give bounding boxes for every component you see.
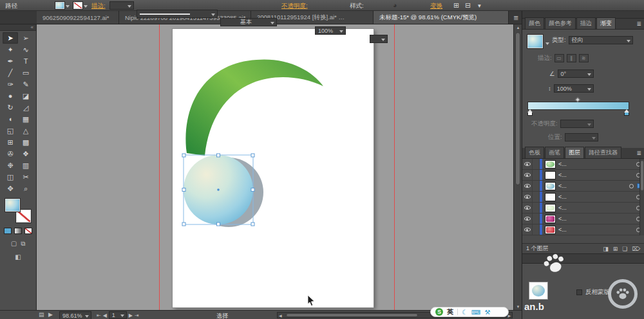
lock-column[interactable]: [533, 181, 540, 191]
gradient-tool[interactable]: ▩: [18, 136, 33, 148]
gradient-type-dropdown[interactable]: 径向: [569, 36, 633, 44]
invert-mask-checkbox[interactable]: 反相蒙版: [576, 288, 610, 296]
width-profile-dropdown[interactable]: [137, 10, 218, 18]
layer-row-selected[interactable]: <...: [522, 181, 644, 192]
layer-row[interactable]: <...: [522, 159, 644, 170]
stroke-none-swatch[interactable]: [16, 210, 31, 223]
status-icon-a[interactable]: ▤: [39, 311, 44, 318]
shape-builder-tool[interactable]: ◱: [3, 125, 18, 136]
layer-row[interactable]: <...: [522, 192, 644, 203]
align-panel-icon[interactable]: ⊞: [453, 1, 459, 10]
visibility-eye-icon[interactable]: [522, 214, 533, 224]
layer-thumbnail[interactable]: [545, 160, 556, 169]
pencil-tool[interactable]: ✎: [18, 78, 33, 90]
blob-brush-tool[interactable]: ●: [3, 90, 18, 102]
new-sublayer-icon[interactable]: ⊞: [613, 246, 618, 252]
layer-thumbnail[interactable]: [545, 226, 556, 234]
width-tool[interactable]: ◖: [3, 113, 18, 125]
perspective-grid-tool[interactable]: △: [18, 125, 33, 136]
stroke-color-swatch[interactable]: [73, 2, 88, 10]
layer-name[interactable]: <...: [558, 205, 636, 211]
tab-stroke[interactable]: 描边: [576, 17, 596, 29]
zoom-level-dropdown[interactable]: 98.61%: [59, 311, 91, 319]
tab-swatches[interactable]: 色板: [525, 147, 544, 158]
tab-color-guide[interactable]: 颜色参考: [545, 17, 576, 29]
visibility-eye-icon[interactable]: [522, 181, 533, 191]
artboard-tool[interactable]: ◫: [3, 171, 18, 183]
layer-thumbnail[interactable]: [545, 215, 556, 223]
gradient-swatch-chevron-icon[interactable]: [545, 42, 549, 47]
stroke-weight-dropdown[interactable]: [109, 1, 134, 10]
scroll-down-icon[interactable]: ▼: [514, 305, 522, 309]
scale-tool[interactable]: ◿: [18, 102, 33, 113]
layer-name[interactable]: <...: [558, 172, 636, 178]
scroll-left-icon[interactable]: ◀: [279, 313, 282, 318]
artboard[interactable]: [173, 29, 374, 307]
stroke-gradient-within-icon[interactable]: ▭: [554, 54, 564, 62]
ime-toolbox-icon[interactable]: ⚒: [484, 309, 490, 316]
tab-color[interactable]: 颜色: [525, 17, 544, 29]
fill-color-swatch[interactable]: [55, 2, 70, 10]
layer-row[interactable]: <...: [522, 170, 644, 181]
last-artboard-icon[interactable]: ⇥: [135, 313, 139, 318]
fill-gradient-swatch[interactable]: [5, 199, 20, 212]
collapsed-panel-header[interactable]: [522, 253, 644, 264]
transparency-thumbnail[interactable]: [529, 282, 548, 300]
target-circle-icon[interactable]: [629, 184, 634, 188]
angle-dropdown[interactable]: 0°: [558, 69, 594, 78]
ime-fullhalf-icon[interactable]: ☾: [462, 309, 468, 316]
distribute-panel-icon[interactable]: ⊟: [465, 1, 471, 10]
layer-thumbnail[interactable]: [545, 204, 556, 212]
aspect-ratio-dropdown[interactable]: 100%: [554, 84, 594, 93]
status-icon-b[interactable]: ▶: [48, 311, 53, 318]
layer-thumbnail[interactable]: [545, 171, 556, 179]
guide-line-right[interactable]: [394, 24, 395, 310]
ime-toolbar[interactable]: S 英 ☾ ⌨ ⚒: [430, 307, 509, 317]
toolbar-collapse-icon[interactable]: «: [0, 24, 36, 31]
visibility-eye-icon[interactable]: [522, 192, 533, 202]
paintbrush-tool[interactable]: ✑: [3, 78, 18, 90]
document-tab-4-active[interactable]: 未标题-15* @ 98.61% (CMYK/预览): [374, 11, 509, 24]
layer-name[interactable]: <...: [558, 183, 629, 189]
brush-definition-dropdown[interactable]: 基本: [220, 18, 277, 26]
gradient-button[interactable]: [14, 228, 22, 234]
document-setup-icon[interactable]: ◕: [393, 1, 397, 9]
none-button[interactable]: [24, 228, 32, 234]
slice-tool[interactable]: ✂: [18, 171, 33, 183]
layers-scrollbar[interactable]: [639, 159, 644, 235]
new-layer-icon[interactable]: ❏: [622, 246, 627, 252]
zoom-tool[interactable]: ⌕: [18, 183, 33, 194]
tab-gradient[interactable]: 渐变: [596, 17, 616, 29]
ime-language-mode[interactable]: 英: [447, 307, 453, 316]
transform-link[interactable]: 变换: [430, 2, 442, 10]
lasso-tool[interactable]: ∿: [18, 44, 33, 55]
visibility-eye-icon[interactable]: [522, 224, 533, 235]
magic-wand-tool[interactable]: ✦: [3, 44, 18, 55]
artboard-number-dropdown[interactable]: 1: [109, 311, 127, 319]
gradient-opacity-dropdown[interactable]: [560, 120, 594, 128]
pen-tool[interactable]: ✒: [3, 55, 18, 67]
visibility-eye-icon[interactable]: [522, 159, 533, 169]
eraser-tool[interactable]: ◪: [18, 90, 33, 102]
layer-row[interactable]: <...: [522, 214, 644, 224]
lock-column[interactable]: [533, 214, 540, 224]
lock-column[interactable]: [533, 192, 540, 202]
visibility-eye-icon[interactable]: [522, 203, 533, 213]
gradient-location-dropdown[interactable]: [565, 133, 598, 141]
visibility-eye-icon[interactable]: [522, 170, 533, 180]
first-artboard-icon[interactable]: ⇤: [97, 313, 101, 318]
horizontal-scroll-thumb[interactable]: [286, 313, 418, 317]
lock-column[interactable]: [533, 170, 540, 180]
gradient-slider-bar[interactable]: [527, 102, 629, 110]
selection-tool[interactable]: ➤: [3, 32, 18, 44]
gradient-stop-left[interactable]: [527, 112, 533, 116]
hand-tool[interactable]: ✥: [3, 183, 18, 194]
tab-brushes[interactable]: 画笔: [545, 147, 564, 158]
vertical-scroll-thumb[interactable]: [515, 32, 520, 185]
line-segment-tool[interactable]: ╱: [3, 67, 18, 78]
panel-menu-icon[interactable]: ≣: [636, 21, 641, 27]
layer-name[interactable]: <...: [558, 161, 636, 167]
delete-layer-icon[interactable]: ⌦: [632, 246, 640, 252]
blend-tool[interactable]: ❖: [18, 148, 33, 160]
previous-artboard-icon[interactable]: ◀: [103, 313, 107, 318]
